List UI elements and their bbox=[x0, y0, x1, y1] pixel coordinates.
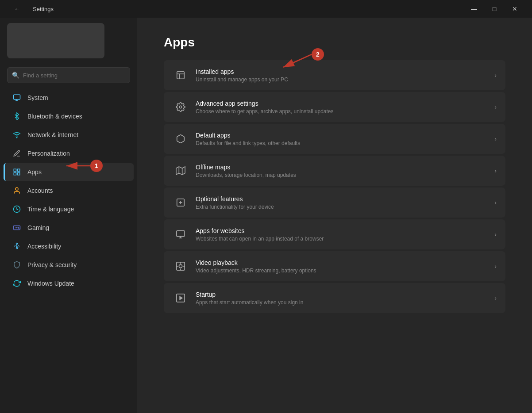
advanced-chevron: › bbox=[494, 103, 497, 111]
svg-rect-0 bbox=[14, 95, 20, 99]
search-icon: 🔍 bbox=[12, 72, 19, 79]
installed-apps-text: Installed apps Uninstall and manage apps… bbox=[196, 68, 494, 83]
sidebar-label-privacy: Privacy & security bbox=[27, 261, 77, 268]
startup-text: Startup Apps that start automatically wh… bbox=[196, 291, 494, 306]
sidebar-item-privacy[interactable]: Privacy & security bbox=[4, 256, 134, 274]
video-playback-text: Video playback Video adjustments, HDR st… bbox=[196, 259, 494, 274]
apps-websites-text: Apps for websites Websites that can open… bbox=[196, 227, 494, 242]
sidebar-label-accounts: Accounts bbox=[27, 187, 53, 194]
optional-features-title: Optional features bbox=[196, 195, 494, 203]
update-icon bbox=[12, 279, 21, 288]
sidebar-item-accessibility[interactable]: Accessibility bbox=[4, 237, 134, 255]
apps-icon bbox=[12, 168, 21, 176]
accounts-icon bbox=[12, 186, 21, 195]
offline-maps-text: Offline maps Downloads, storage location… bbox=[196, 164, 494, 178]
network-icon bbox=[12, 130, 21, 139]
svg-point-30 bbox=[179, 264, 182, 268]
svg-point-3 bbox=[16, 137, 17, 138]
advanced-title: Advanced app settings bbox=[196, 100, 494, 107]
svg-rect-4 bbox=[14, 169, 16, 171]
svg-marker-36 bbox=[180, 296, 182, 299]
default-apps-text: Default apps Defaults for file and link … bbox=[196, 132, 494, 146]
video-playback-title: Video playback bbox=[196, 259, 494, 266]
installed-apps-title: Installed apps bbox=[196, 68, 494, 75]
minimize-button[interactable]: — bbox=[464, 0, 484, 18]
offline-maps-chevron: › bbox=[494, 167, 497, 174]
default-apps-chevron: › bbox=[494, 135, 497, 142]
bluetooth-icon bbox=[12, 112, 21, 121]
video-playback-desc: Video adjustments, HDR streaming, batter… bbox=[196, 268, 494, 274]
gaming-icon bbox=[12, 223, 21, 232]
personalization-icon bbox=[12, 149, 21, 158]
settings-item-startup[interactable]: Startup Apps that start automatically wh… bbox=[164, 283, 505, 313]
optional-features-text: Optional features Extra functionality fo… bbox=[196, 195, 494, 210]
sidebar-label-gaming: Gaming bbox=[27, 224, 49, 231]
offline-maps-title: Offline maps bbox=[196, 164, 494, 171]
maximize-button[interactable]: □ bbox=[484, 0, 505, 18]
sidebar: 🔍 System Bluetooth & devices bbox=[0, 18, 137, 413]
svg-point-14 bbox=[19, 228, 19, 229]
default-apps-desc: Defaults for file and link types, other … bbox=[196, 140, 494, 146]
settings-item-advanced[interactable]: Advanced app settings Choose where to ge… bbox=[164, 92, 505, 122]
sidebar-item-network[interactable]: Network & internet bbox=[4, 126, 134, 144]
titlebar: ← Settings — □ ✕ bbox=[0, 0, 532, 18]
startup-desc: Apps that start automatically when you s… bbox=[196, 299, 494, 306]
apps-websites-chevron: › bbox=[494, 231, 497, 238]
offline-maps-icon bbox=[173, 163, 189, 179]
installed-apps-chevron: › bbox=[494, 72, 497, 79]
optional-features-desc: Extra functionality for your device bbox=[196, 204, 494, 210]
offline-maps-desc: Downloads, storage location, map updates bbox=[196, 172, 494, 178]
optional-features-icon bbox=[173, 195, 189, 210]
settings-item-optional-features[interactable]: Optional features Extra functionality fo… bbox=[164, 187, 505, 218]
sidebar-label-personalization: Personalization bbox=[27, 150, 70, 157]
default-apps-title: Default apps bbox=[196, 132, 494, 139]
close-button[interactable]: ✕ bbox=[505, 0, 525, 18]
accessibility-icon bbox=[12, 242, 21, 251]
svg-point-19 bbox=[179, 106, 182, 108]
settings-item-apps-websites[interactable]: Apps for websites Websites that can open… bbox=[164, 219, 505, 249]
sidebar-item-gaming[interactable]: Gaming bbox=[4, 219, 134, 237]
apps-websites-icon bbox=[173, 226, 189, 242]
sidebar-label-system: System bbox=[27, 94, 48, 101]
main-content: Apps Installed apps Uninstall and manage… bbox=[137, 18, 532, 413]
video-playback-chevron: › bbox=[494, 263, 497, 270]
search-input[interactable] bbox=[23, 72, 125, 79]
svg-rect-26 bbox=[177, 231, 185, 237]
sidebar-item-update[interactable]: Windows Update bbox=[4, 275, 134, 292]
svg-rect-6 bbox=[18, 173, 20, 175]
startup-icon bbox=[173, 290, 189, 306]
sidebar-label-network: Network & internet bbox=[27, 131, 78, 138]
sidebar-label-bluetooth: Bluetooth & devices bbox=[27, 113, 82, 120]
sidebar-item-accounts[interactable]: Accounts bbox=[4, 182, 134, 199]
svg-point-8 bbox=[15, 187, 18, 190]
sidebar-item-apps[interactable]: Apps bbox=[4, 163, 134, 181]
video-playback-icon bbox=[173, 258, 189, 274]
sidebar-label-accessibility: Accessibility bbox=[27, 243, 61, 250]
sidebar-item-system[interactable]: System bbox=[4, 89, 134, 107]
settings-item-default-apps[interactable]: Default apps Defaults for file and link … bbox=[164, 124, 505, 154]
startup-chevron: › bbox=[494, 294, 497, 302]
sidebar-label-time: Time & language bbox=[27, 206, 74, 213]
installed-apps-desc: Uninstall and manage apps on your PC bbox=[196, 76, 494, 83]
back-button[interactable]: ← bbox=[7, 0, 27, 18]
startup-title: Startup bbox=[196, 291, 494, 298]
apps-websites-title: Apps for websites bbox=[196, 227, 494, 234]
window-controls: — □ ✕ bbox=[464, 0, 525, 18]
advanced-text: Advanced app settings Choose where to ge… bbox=[196, 100, 494, 115]
sidebar-label-update: Windows Update bbox=[27, 280, 74, 287]
page-title: Apps bbox=[164, 35, 505, 50]
sidebar-item-personalization[interactable]: Personalization bbox=[4, 145, 134, 162]
sidebar-item-time[interactable]: Time & language bbox=[4, 200, 134, 218]
privacy-icon bbox=[12, 260, 21, 269]
installed-apps-icon bbox=[173, 67, 189, 83]
time-icon bbox=[12, 205, 21, 214]
sidebar-item-bluetooth[interactable]: Bluetooth & devices bbox=[4, 107, 134, 125]
advanced-desc: Choose where to get apps, archive apps, … bbox=[196, 108, 494, 115]
sidebar-label-apps: Apps bbox=[27, 168, 42, 176]
system-icon bbox=[12, 93, 21, 102]
settings-item-offline-maps[interactable]: Offline maps Downloads, storage location… bbox=[164, 156, 505, 186]
settings-item-video-playback[interactable]: Video playback Video adjustments, HDR st… bbox=[164, 251, 505, 281]
optional-features-chevron: › bbox=[494, 199, 497, 206]
search-box[interactable]: 🔍 bbox=[7, 67, 130, 83]
settings-item-installed-apps[interactable]: Installed apps Uninstall and manage apps… bbox=[164, 60, 505, 90]
